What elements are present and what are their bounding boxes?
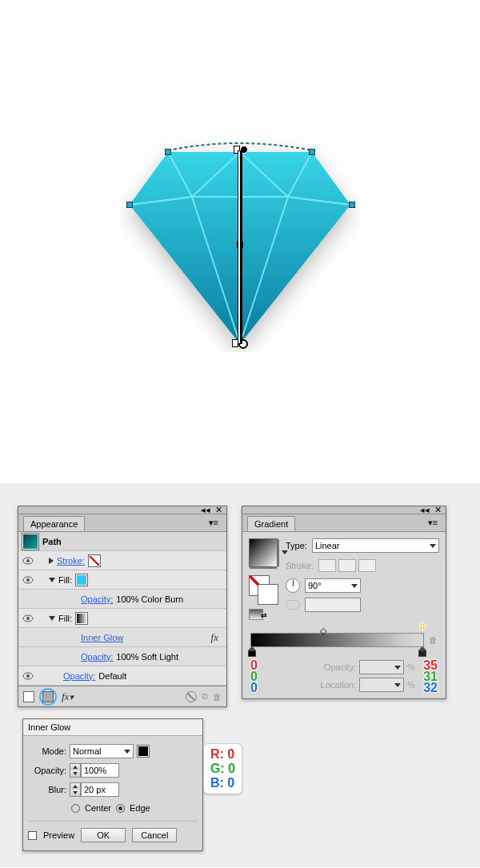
glow-color-swatch[interactable] — [137, 745, 150, 758]
object-label: Path — [42, 537, 62, 546]
left-stop-b: 0 — [250, 682, 258, 694]
panel-menu-icon[interactable]: ▾≡ — [206, 518, 222, 531]
expand-icon[interactable] — [49, 558, 54, 564]
visibility-icon[interactable] — [22, 574, 34, 586]
anchor-point[interactable] — [165, 149, 171, 155]
rgb-g: G: 0 — [210, 762, 235, 776]
collapse-icon[interactable]: ◂◂ — [420, 507, 430, 514]
stroke-grad-within-icon — [318, 559, 336, 572]
expand-icon[interactable] — [49, 578, 55, 582]
stroke-grad-along-icon — [338, 559, 356, 572]
type-label: Type: — [286, 541, 307, 550]
opacity-spinner[interactable] — [70, 763, 119, 778]
gradient-annotator-line[interactable] — [238, 150, 242, 344]
rgb-b: B: 0 — [210, 776, 235, 790]
mode-label: Mode: — [31, 746, 66, 756]
rgb-r: R: 0 — [210, 747, 235, 762]
anchor-point[interactable] — [349, 202, 355, 208]
new-fill-icon[interactable] — [39, 688, 57, 706]
stop-location-input — [359, 678, 404, 692]
svg-point-12 — [26, 674, 30, 678]
color-stop-right[interactable] — [418, 646, 426, 656]
blur-spinner[interactable] — [70, 782, 119, 797]
opacity-link[interactable]: Opacity: — [81, 652, 113, 662]
gradient-slider[interactable]: ◇ — [250, 633, 424, 647]
delete-icon[interactable]: 🗑 — [213, 692, 222, 702]
new-stroke-icon[interactable] — [23, 691, 34, 702]
gradient-panel: ◂◂ ✕ Gradient ▾≡ ⇄ — [242, 506, 446, 699]
stop-opacity-input — [359, 660, 404, 674]
opacity-value: 100% Color Burn — [116, 594, 183, 604]
cancel-button[interactable]: Cancel — [132, 828, 177, 842]
preview-checkbox[interactable] — [28, 831, 37, 840]
blur-input[interactable] — [81, 782, 119, 797]
opacity-link[interactable]: Opacity: — [81, 594, 113, 604]
fill-label: Fill: — [58, 614, 72, 623]
clear-appearance-icon[interactable] — [186, 691, 197, 702]
visibility-icon[interactable] — [22, 670, 34, 682]
dialog-title: Inner Glow — [23, 719, 202, 736]
delete-stop-icon[interactable]: 🗑 — [429, 635, 438, 645]
visibility-icon[interactable] — [22, 612, 34, 625]
close-icon[interactable]: ✕ — [433, 507, 442, 514]
svg-point-10 — [26, 617, 30, 620]
angle-value: 90° — [308, 581, 322, 590]
collapse-icon[interactable]: ◂◂ — [201, 507, 210, 514]
stroke-label: Stroke: — [286, 561, 314, 570]
anchor-point[interactable] — [309, 149, 315, 155]
opacity-link[interactable]: Opacity: — [63, 671, 95, 681]
stop-opacity-label: Opacity: — [324, 662, 356, 672]
stroke-none-swatch[interactable] — [88, 554, 101, 567]
appearance-panel: ◂◂ ✕ Appearance ▾≡ Path Stroke: — [18, 506, 227, 707]
angle-input[interactable]: 90° — [305, 578, 361, 593]
expand-icon[interactable] — [49, 616, 55, 621]
svg-point-6 — [26, 559, 30, 562]
edge-radio[interactable] — [116, 804, 125, 813]
inner-glow-link[interactable]: Inner Glow — [81, 633, 123, 642]
reverse-gradient-icon[interactable]: ⇄ — [249, 609, 263, 620]
rgb-readout: R: 0 G: 0 B: 0 — [203, 743, 242, 794]
aspect-ratio-input — [305, 598, 361, 612]
fx-indicator-icon: fx — [211, 631, 223, 644]
stroke-label[interactable]: Stroke: — [57, 556, 85, 566]
blur-label: Blur: — [31, 785, 66, 794]
diamond-artwork[interactable] — [120, 128, 360, 354]
fill-cyan-swatch[interactable] — [75, 574, 88, 586]
type-dropdown[interactable]: Linear — [312, 538, 439, 553]
center-label: Center — [85, 803, 111, 813]
object-thumb — [22, 533, 39, 550]
ok-button[interactable]: OK — [81, 828, 126, 842]
visibility-icon[interactable] — [22, 554, 34, 567]
opacity-value: Default — [98, 671, 126, 681]
inner-glow-dialog: Inner Glow Mode: Normal Opacity: Blur: C… — [22, 718, 203, 851]
anchor-point[interactable] — [126, 202, 133, 208]
type-value: Linear — [315, 541, 340, 550]
center-radio[interactable] — [71, 804, 80, 813]
panel-menu-icon[interactable]: ▾≡ — [425, 518, 441, 531]
stroke-grad-across-icon — [358, 559, 376, 572]
panels-area: ◂◂ ✕ Appearance ▾≡ Path Stroke: — [0, 483, 480, 867]
appearance-footer: fx▾ ⧉ 🗑 — [18, 686, 226, 706]
chevron-down-icon — [430, 544, 436, 548]
gradient-preview[interactable] — [249, 538, 278, 567]
chevron-down-icon — [351, 584, 358, 588]
close-icon[interactable]: ✕ — [214, 507, 223, 514]
color-stop-left[interactable] — [248, 646, 256, 656]
svg-point-8 — [26, 578, 30, 582]
stop-location-label: Location: — [321, 680, 357, 690]
mode-dropdown[interactable]: Normal — [70, 744, 134, 758]
artboard — [0, 0, 480, 483]
stop-marker-label: 0 — [420, 622, 425, 631]
fill-stroke-proxy[interactable] — [249, 575, 270, 596]
opacity-stop[interactable]: ◇ — [320, 626, 328, 634]
fill-label: Fill: — [58, 575, 72, 585]
fill-gradient-swatch[interactable] — [75, 612, 88, 625]
preview-label: Preview — [43, 830, 74, 840]
opacity-input[interactable] — [81, 763, 119, 778]
add-effect-icon[interactable]: fx▾ — [62, 690, 74, 703]
angle-dial[interactable] — [286, 578, 300, 593]
gradient-tab[interactable]: Gradient — [247, 516, 295, 531]
duplicate-icon[interactable]: ⧉ — [202, 691, 208, 702]
appearance-tab[interactable]: Appearance — [23, 516, 85, 531]
edge-label: Edge — [130, 803, 150, 813]
